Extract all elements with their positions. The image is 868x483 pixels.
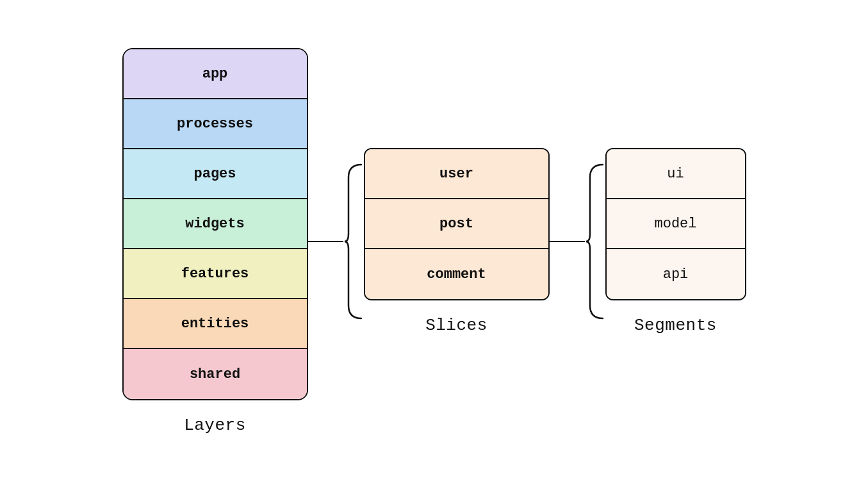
layer-entities: entities <box>124 299 307 349</box>
layer-pages: pages <box>124 149 307 199</box>
layer-widgets: widgets <box>124 199 307 249</box>
segment-ui: ui <box>607 149 745 199</box>
segments-column: ui model api Segments <box>605 148 746 335</box>
right-bracket-svg <box>585 163 605 320</box>
layer-features: features <box>124 249 307 299</box>
segment-model: model <box>607 199 745 249</box>
slices-label: Slices <box>425 316 487 335</box>
slices-stack: user post comment <box>364 148 550 300</box>
layers-label: Layers <box>184 416 246 435</box>
layers-stack: app processes pages widgets features ent… <box>122 48 308 400</box>
h-line-1 <box>308 241 343 243</box>
segment-api: api <box>607 249 745 299</box>
architecture-diagram: app processes pages widgets features ent… <box>122 48 746 435</box>
connector-layers-slices <box>308 165 364 318</box>
slices-column: user post comment Slices <box>364 148 550 335</box>
layers-column: app processes pages widgets features ent… <box>122 48 308 435</box>
slice-comment: comment <box>365 249 548 299</box>
left-bracket-svg <box>343 163 364 320</box>
connector-slices-segments <box>550 165 605 318</box>
layer-processes: processes <box>124 99 307 149</box>
layer-shared: shared <box>124 349 307 399</box>
layer-app: app <box>124 49 307 99</box>
slice-post: post <box>365 199 548 249</box>
segments-label: Segments <box>634 316 717 335</box>
h-line-2 <box>550 241 585 243</box>
slice-user: user <box>365 149 548 199</box>
segments-stack: ui model api <box>605 148 746 300</box>
